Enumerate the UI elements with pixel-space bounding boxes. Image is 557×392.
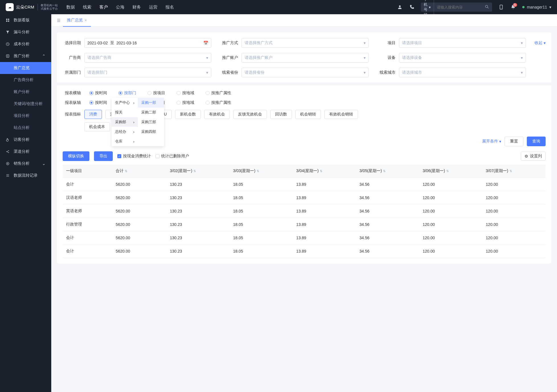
- dept-level2-item[interactable]: 采购四部: [138, 127, 164, 137]
- topnav-item[interactable]: 运营: [149, 5, 157, 10]
- cell-value: 130.23: [167, 205, 230, 218]
- deleted-users-checkbox[interactable]: 统计已删除用户: [155, 154, 189, 159]
- user-menu[interactable]: manager11 ▾: [522, 5, 551, 9]
- top-navbar: ☁ 云朵CRM 教育机构一站 式服务云平台 数据线索客户公海财务运营报名 手机号…: [0, 0, 557, 14]
- query-button[interactable]: 查询: [527, 137, 546, 146]
- metric-tag[interactable]: 反馈无效机会: [233, 110, 267, 119]
- axis-radio-option[interactable]: 按部门: [118, 90, 139, 96]
- sort-icon: ⇅: [509, 169, 512, 173]
- sidebar-subitem[interactable]: 项目分析: [0, 110, 51, 122]
- set-columns-button[interactable]: ⚙ 设置列: [521, 152, 546, 161]
- axis-radio-option[interactable]: 按推广属性: [206, 100, 231, 105]
- cell-value: 34.56: [356, 231, 419, 245]
- account-select[interactable]: 请选择推广账户 ▾: [241, 53, 368, 63]
- sidebar-subitem[interactable]: 广告商分析: [0, 74, 51, 86]
- th-date[interactable]: 3/07(星期一)⇅: [482, 164, 546, 178]
- th-date[interactable]: 3/02(星期一)⇅: [167, 164, 230, 178]
- project-select[interactable]: 请选择项目 ▾: [399, 38, 526, 48]
- sidebar-item[interactable]: 数据看版: [0, 14, 51, 26]
- search-box: 手机号码 ▾: [421, 3, 492, 12]
- th-date[interactable]: 3/05(星期一)⇅: [356, 164, 419, 178]
- axis-radio-option[interactable]: 按时间: [89, 90, 110, 96]
- chevron-down-icon: ⌄: [42, 161, 46, 166]
- cash-stat-checkbox[interactable]: ✓ 按现金消费统计: [117, 154, 151, 159]
- metric-tag[interactable]: 机会成本: [84, 122, 110, 131]
- sidebar-item[interactable]: 渠道分析: [0, 146, 51, 158]
- advertiser-select[interactable]: 请选择广告商 ▾: [84, 53, 211, 63]
- th-date[interactable]: 3/06(星期一)⇅: [419, 164, 482, 178]
- way-select[interactable]: 请选择推广方式 ▾: [241, 38, 368, 48]
- reset-button[interactable]: 重置: [505, 137, 523, 146]
- sidebar-item[interactable]: 销售分析⌄: [0, 158, 51, 170]
- metric-tag[interactable]: 回访数: [270, 110, 292, 119]
- sidebar-item[interactable]: 成本分析: [0, 38, 51, 50]
- topnav-item[interactable]: 报名: [165, 5, 174, 10]
- metric-tag[interactable]: 消费: [84, 110, 102, 119]
- dept-level2-item[interactable]: 采购二部: [138, 108, 164, 117]
- topnav-item[interactable]: 客户: [99, 5, 108, 10]
- user-icon[interactable]: [397, 4, 403, 10]
- funnel-icon: [6, 30, 10, 34]
- export-button[interactable]: 导出: [94, 151, 113, 161]
- chevron-right-icon: ›: [133, 120, 134, 124]
- cell-value: 130.23: [167, 231, 230, 245]
- phone-icon[interactable]: [409, 4, 415, 10]
- dept-level1-item[interactable]: 仓库›: [112, 137, 138, 146]
- cell-total: 5620.00: [112, 245, 166, 258]
- th-date[interactable]: 3/03(星期一)⇅: [230, 164, 293, 178]
- axis-radio-option[interactable]: 按地域: [177, 100, 197, 105]
- metric-tag[interactable]: 有效机会销转: [324, 110, 358, 119]
- chevron-down-icon: ▾: [521, 41, 523, 45]
- sidebar-item[interactable]: 推广分析⌃: [0, 50, 51, 62]
- mobile-icon[interactable]: [498, 4, 504, 10]
- search-input[interactable]: [434, 5, 485, 9]
- province-select[interactable]: 请选择省份 ▾: [241, 68, 368, 77]
- sort-icon: ⇅: [257, 169, 259, 173]
- city-select[interactable]: 请选择城市 ▾: [399, 68, 526, 77]
- axis-radio-option[interactable]: 按地域: [177, 90, 197, 96]
- dept-select[interactable]: 请选择部门 ▾: [84, 68, 211, 77]
- status-dot-icon: [522, 6, 525, 8]
- collapse-sidebar-button[interactable]: ☰: [55, 18, 63, 23]
- advertiser-label: 广告商: [63, 55, 81, 60]
- axis-radio-option[interactable]: 按时间: [89, 100, 110, 105]
- dept-level2-item[interactable]: 采购一部: [138, 98, 164, 108]
- th-date[interactable]: 3/04(星期一)⇅: [293, 164, 356, 178]
- topnav-item[interactable]: 数据: [66, 5, 75, 10]
- date-range-picker[interactable]: 2021-03-02 至 2021-03-16 📅: [84, 38, 211, 48]
- chevron-right-icon: ›: [133, 101, 134, 105]
- sidebar-subitem[interactable]: 关键词/创意分析: [0, 98, 51, 110]
- expand-conditions-link[interactable]: 展开条件 ▾: [482, 139, 501, 144]
- table-row: 会计5620.00130.2318.0513.8934.56120.00120.…: [63, 245, 546, 258]
- metric-tag[interactable]: 新机会数: [175, 110, 201, 119]
- device-select[interactable]: 请选择设备 ▾: [399, 53, 526, 63]
- sidebar-item[interactable]: 访客分析: [0, 134, 51, 146]
- axis-radio-option[interactable]: 按推广属性: [206, 90, 231, 96]
- brand-tagline: 教育机构一站 式服务云平台: [38, 4, 58, 11]
- notification-bell[interactable]: 5: [510, 4, 516, 10]
- collapse-filters-toggle[interactable]: 收起 ▾: [535, 40, 546, 46]
- transpose-button[interactable]: 横纵切换: [63, 151, 89, 161]
- topnav-item[interactable]: 财务: [132, 5, 141, 10]
- chevron-down-icon: ▾: [364, 70, 366, 75]
- topnav-item[interactable]: 公海: [116, 5, 124, 10]
- dept-level1-item[interactable]: 总经办›: [112, 127, 138, 137]
- metric-tag[interactable]: 有效机会: [204, 110, 230, 119]
- dept-level1-item[interactable]: 生产中心›: [112, 98, 138, 108]
- sidebar-subitem[interactable]: 账户分析: [0, 86, 51, 98]
- sidebar-subitem[interactable]: 推广总览: [0, 62, 51, 74]
- axis-radio-option[interactable]: 按项目: [148, 90, 168, 96]
- metric-tag[interactable]: 机会销转: [295, 110, 321, 119]
- close-icon[interactable]: ×: [85, 18, 87, 22]
- tab-promotion-overview[interactable]: 推广总览 ×: [63, 14, 91, 27]
- dept-level2-item[interactable]: 采购三部: [138, 117, 164, 127]
- chevron-down-icon: ▾: [206, 55, 208, 60]
- th-total[interactable]: 合计⇅: [112, 164, 166, 178]
- dept-level1-item[interactable]: 报关: [112, 108, 138, 117]
- sidebar-item[interactable]: 漏斗分析: [0, 26, 51, 38]
- dept-level1-item[interactable]: 采购部›: [112, 117, 138, 127]
- sidebar-subitem[interactable]: 站点分析: [0, 122, 51, 134]
- logo[interactable]: ☁ 云朵CRM 教育机构一站 式服务云平台: [6, 3, 58, 11]
- topnav-item[interactable]: 线索: [83, 5, 91, 10]
- sidebar-item[interactable]: 数据流转记录: [0, 170, 51, 181]
